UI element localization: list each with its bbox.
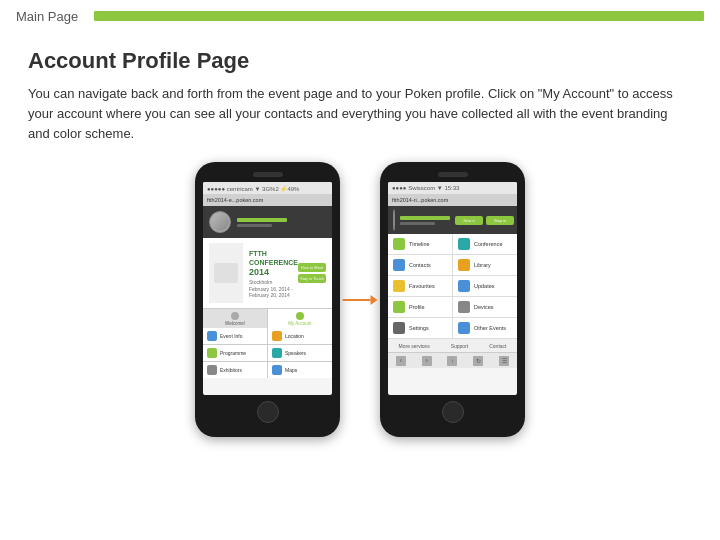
phone-1-menu-maps[interactable]: Maps: [268, 362, 332, 378]
phone-1-speaker: [253, 172, 283, 177]
phone-1-menu-location[interactable]: Location: [268, 328, 332, 344]
arrow-line: [343, 299, 371, 301]
phone-2-otherevents[interactable]: Other Events: [453, 318, 517, 338]
phone-1-home-btn[interactable]: [257, 401, 279, 423]
favourites-icon: [393, 280, 405, 292]
phone-1-screen: ●●●●● centricam ▼ 3G%2 ⚡49% ftth2014-e..…: [203, 182, 332, 395]
phone-2-header-btns: How it Stay in: [455, 216, 514, 225]
phone-1-grid-menu: Event Info Location Programme Speakers: [203, 328, 332, 378]
phone-2-devices[interactable]: Devices: [453, 297, 517, 317]
location-icon: [272, 331, 282, 341]
phone-2-avatar: [393, 209, 395, 231]
phone-1-nav-myaccount[interactable]: My Account: [268, 309, 332, 328]
phone-2-conference[interactable]: Conference: [453, 234, 517, 254]
back-icon[interactable]: ‹: [396, 356, 406, 366]
welcome-icon: [231, 312, 239, 320]
devices-icon: [458, 301, 470, 313]
phone-2-updates[interactable]: Updates: [453, 276, 517, 296]
phone-2-contacts[interactable]: Contacts: [388, 255, 452, 275]
phone-1-statusbar: ●●●●● centricam ▼ 3G%2 ⚡49%: [203, 182, 332, 194]
header-accent-bar: [94, 11, 704, 21]
phone-2-screen: ●●●● Swisscom ▼ 15:33 ftth2014-ri...poke…: [388, 182, 517, 395]
phone-2-urlbar: ftth2014-ri...poken.com: [388, 194, 517, 206]
phone-1-menu-programme[interactable]: Programme: [203, 345, 267, 361]
settings-icon: [393, 322, 405, 334]
phone-1-nav-welcome[interactable]: Welcome!: [203, 309, 268, 328]
phone-1-profile-name: [237, 218, 287, 227]
main-content: Account Profile Page You can navigate ba…: [0, 32, 720, 447]
phone-1-event-logo: [209, 243, 243, 303]
phone-2-library[interactable]: Library: [453, 255, 517, 275]
phone-1-event-banner: FTTHCONFERENCE 2014 Stockholm February 1…: [203, 238, 332, 308]
programme-icon: [207, 348, 217, 358]
phone-1-menu-eventinfo[interactable]: Event Info: [203, 328, 267, 344]
phone-1-menu-exhibitors[interactable]: Exhibitors: [203, 362, 267, 378]
phone-2: ●●●● Swisscom ▼ 15:33 ftth2014-ri...poke…: [380, 162, 525, 437]
phone-1-profile-header: [203, 206, 332, 238]
profile-icon: [393, 301, 405, 313]
timeline-icon: [393, 238, 405, 250]
more-icon[interactable]: ☰: [499, 356, 509, 366]
phone-2-statusbar: ●●●● Swisscom ▼ 15:33: [388, 182, 517, 194]
phone-2-acct-grid: Timeline Conference Contacts Library: [388, 234, 517, 338]
phone-2-favourites[interactable]: Favourites: [388, 276, 452, 296]
phone-2-home-btn[interactable]: [442, 401, 464, 423]
phone-2-bottom-links: More services Support Contact: [388, 338, 517, 352]
refresh-icon[interactable]: ↻: [473, 356, 483, 366]
phone-1-bottom-nav: Welcome! My Account: [203, 308, 332, 328]
page-description: You can navigate back and forth from the…: [28, 84, 692, 144]
arrow-head: [371, 295, 378, 305]
phones-container: ●●●●● centricam ▼ 3G%2 ⚡49% ftth2014-e..…: [28, 162, 692, 437]
eventinfo-icon: [207, 331, 217, 341]
share-icon[interactable]: ↑: [447, 356, 457, 366]
phone-1-menu-speakers[interactable]: Speakers: [268, 345, 332, 361]
phone-2-acct-header: How it Stay in: [388, 206, 517, 234]
exhibitors-icon: [207, 365, 217, 375]
header: Main Page: [0, 0, 720, 32]
phone-1-event-title: FTTHCONFERENCE 2014 Stockholm February 1…: [243, 249, 298, 298]
phone-1-avatar: [209, 211, 231, 233]
forward-icon[interactable]: ›: [422, 356, 432, 366]
updates-icon: [458, 280, 470, 292]
phone-1-urlbar: ftth2014-e...poken.com: [203, 194, 332, 206]
maps-icon: [272, 365, 282, 375]
phone-2-settings[interactable]: Settings: [388, 318, 452, 338]
phone-2-profile-name: [400, 216, 450, 225]
header-title: Main Page: [16, 9, 78, 24]
contacts-icon: [393, 259, 405, 271]
phone-2-bottom-nav: ‹ › ↑ ↻ ☰: [388, 352, 517, 368]
phone-1-right-btns: How to Meet Stay in Touch: [298, 263, 326, 283]
speakers-icon: [272, 348, 282, 358]
myaccount-icon: [296, 312, 304, 320]
phone-2-speaker: [438, 172, 468, 177]
otherevents-icon: [458, 322, 470, 334]
phone-1: ●●●●● centricam ▼ 3G%2 ⚡49% ftth2014-e..…: [195, 162, 340, 437]
phone-2-timeline[interactable]: Timeline: [388, 234, 452, 254]
conference-icon: [458, 238, 470, 250]
page-title: Account Profile Page: [28, 48, 692, 74]
phone-2-profile[interactable]: Profile: [388, 297, 452, 317]
library-icon: [458, 259, 470, 271]
arrow-connector: [343, 295, 378, 305]
